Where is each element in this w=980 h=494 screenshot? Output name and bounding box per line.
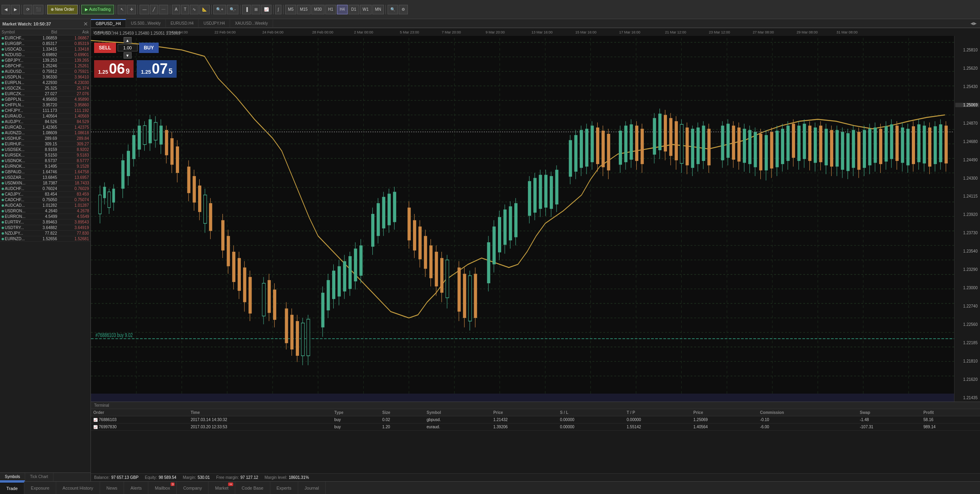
candle-btn[interactable]: ⊞: [252, 5, 260, 14]
cursor-btn[interactable]: ↖: [118, 5, 126, 14]
market-watch-row[interactable]: EURHUF... 309.15 309.27: [0, 141, 91, 147]
lot-up-btn[interactable]: ▲: [124, 37, 132, 43]
new-order-btn[interactable]: ⊕ New Order: [47, 5, 78, 14]
mw-dot: [2, 238, 4, 240]
market-watch-row[interactable]: EURCAD... 1.42365 1.42375: [0, 125, 91, 130]
market-watch-close-btn[interactable]: ✕: [83, 21, 88, 27]
market-watch-row[interactable]: EURNOK... 9.1495 9.1528: [0, 164, 91, 169]
zoom-out-btn[interactable]: 🔍-: [227, 5, 238, 14]
mw-tab-tick[interactable]: Tick Chart: [25, 473, 53, 481]
market-watch-row[interactable]: EURCZK... 27.027 27.076: [0, 91, 91, 97]
market-watch-row[interactable]: AUDCAD... 1.01282 1.01287: [0, 203, 91, 208]
market-watch-row[interactable]: USDMXN... 18.7387 18.7433: [0, 180, 91, 186]
tools-btn[interactable]: ⋯: [159, 5, 168, 14]
bottom-tab-exposure[interactable]: Exposure: [24, 482, 56, 494]
d1-btn[interactable]: D1: [348, 5, 359, 14]
chart-tab-3[interactable]: USDJPY.H4: [199, 20, 230, 27]
market-watch-row[interactable]: EURNZD... 1.52656 1.52681: [0, 236, 91, 242]
table-row[interactable]: 📈 76886103 2017.03.14 14:30:32 buy 0.02 …: [91, 416, 980, 423]
bottom-tab-news[interactable]: News: [100, 482, 124, 494]
bottom-tab-code-base[interactable]: Code Base: [235, 482, 270, 494]
forward-btn[interactable]: ▶: [11, 5, 20, 14]
chart-tab-2[interactable]: EURUSD.H4: [166, 20, 199, 27]
market-watch-row[interactable]: EURGBP... 0.85317 0.85319: [0, 41, 91, 47]
market-watch-row[interactable]: USDCAD... 1.33415 1.33418: [0, 47, 91, 52]
buy-button[interactable]: BUY: [139, 43, 159, 53]
market-watch-row[interactable]: GBPPLN... 4.95650 4.95890: [0, 97, 91, 102]
sell-button[interactable]: SELL: [94, 43, 116, 53]
market-watch-row[interactable]: AUDCHF... 0.76024 0.76029: [0, 186, 91, 192]
market-watch-row[interactable]: EURCHF... 1.06859 1.06867: [0, 35, 91, 41]
bottom-tab-journal[interactable]: Journal: [298, 482, 326, 494]
bar-chart-btn[interactable]: ▐: [242, 5, 250, 14]
chart-tab-1[interactable]: US.500...Weekly: [126, 20, 165, 27]
market-watch-row[interactable]: EURAUD... 1.40564 1.40569: [0, 114, 91, 119]
svg-rect-303: [901, 127, 904, 163]
line-btn[interactable]: —: [140, 5, 149, 14]
crosshair-btn[interactable]: ✛: [127, 5, 136, 14]
table-row[interactable]: 📈 76997830 2017.03.20 12:33:53 buy 1.20 …: [91, 423, 980, 431]
trendline-btn[interactable]: ╱: [150, 5, 158, 14]
text-btn[interactable]: A: [172, 5, 180, 14]
chart-tabs-scroll[interactable]: ◀▶: [967, 20, 980, 27]
chart-tab-4[interactable]: XAUUSD...Weekly: [230, 20, 273, 27]
mn-btn[interactable]: MN: [372, 5, 384, 14]
market-watch-row[interactable]: AUDJPY... 84.526 84.529: [0, 119, 91, 125]
mw-tab-symbols[interactable]: Symbols: [0, 473, 25, 481]
market-watch-row[interactable]: AUDNZD... 1.08609 1.08618: [0, 130, 91, 136]
lot-size-input[interactable]: [118, 44, 138, 51]
market-watch-row[interactable]: GBPAUD... 1.64746 1.64758: [0, 169, 91, 175]
refresh-btn[interactable]: ⟳: [24, 5, 32, 14]
market-watch-row[interactable]: NZDJPY... 77.822 77.830: [0, 231, 91, 236]
chart-tab-0[interactable]: GBPUSD_.H4: [91, 19, 126, 27]
autotrading-btn[interactable]: ▶ AutoTrading: [81, 5, 114, 14]
bottom-tab-trade[interactable]: Trade: [0, 482, 24, 494]
market-watch-row[interactable]: GBPJPY... 139.253 139.265: [0, 58, 91, 63]
market-watch-row[interactable]: USDPLN... 3.96330 3.96410: [0, 74, 91, 80]
h4-btn[interactable]: H4: [337, 5, 348, 14]
market-watch-row[interactable]: USDCZK... 25.325 25.374: [0, 86, 91, 91]
m5-btn[interactable]: M5: [285, 5, 296, 14]
market-watch-row[interactable]: USDRON... 4.2640 4.2678: [0, 208, 91, 214]
mw-symbol-name: EURGBP...: [2, 41, 25, 46]
bottom-tab-account-history[interactable]: Account History: [56, 482, 100, 494]
market-watch-row[interactable]: GBPCHF... 1.25246 1.25261: [0, 63, 91, 69]
h1-btn[interactable]: H1: [325, 5, 336, 14]
market-watch-row[interactable]: EURTRY... 3.89463 3.89543: [0, 220, 91, 225]
market-watch-row[interactable]: AUDUSD... 0.75912 0.75921: [0, 69, 91, 74]
market-watch-row[interactable]: EURSEK... 9.5150 9.5183: [0, 153, 91, 158]
market-watch-row[interactable]: CADCHF... 0.75050 0.75074: [0, 197, 91, 203]
market-watch-row[interactable]: CHFPLN... 3.95720 3.95860: [0, 102, 91, 108]
market-watch-row[interactable]: USDSEK... 8.9159 8.9202: [0, 147, 91, 153]
bottom-tab-experts[interactable]: Experts: [270, 482, 298, 494]
m15-btn[interactable]: M15: [297, 5, 310, 14]
bottom-tab-alerts[interactable]: Alerts: [124, 482, 148, 494]
market-watch-row[interactable]: USDNOK... 8.5737 8.5777: [0, 158, 91, 164]
market-watch-row[interactable]: EURRON... 4.5499 4.5549: [0, 214, 91, 220]
svg-rect-213: [641, 129, 644, 164]
wave-btn[interactable]: ∿: [190, 5, 199, 14]
market-watch-row[interactable]: USDZAR... 13.6845 13.6957: [0, 175, 91, 180]
settings-btn[interactable]: ⚙: [399, 5, 408, 14]
zoom-in-btn[interactable]: 🔍+: [213, 5, 226, 14]
fib-btn[interactable]: 📐: [199, 5, 210, 14]
back-btn[interactable]: ◀: [2, 5, 10, 14]
m30-btn[interactable]: M30: [311, 5, 325, 14]
market-watch-row[interactable]: USDHUF... 289.69 289.84: [0, 136, 91, 141]
arrow-btn[interactable]: T: [181, 5, 189, 14]
lot-down-btn[interactable]: ▼: [124, 52, 132, 59]
market-watch-row[interactable]: USDTRY... 3.64882 3.64919: [0, 225, 91, 231]
bottom-tab-mailbox[interactable]: Mailbox3: [148, 482, 177, 494]
market-watch-row[interactable]: CADJPY... 83.454 83.459: [0, 192, 91, 197]
stop-btn[interactable]: ⬛: [33, 5, 43, 14]
bottom-tab-company[interactable]: Company: [177, 482, 209, 494]
market-watch-row[interactable]: EURPLN... 4.22930 4.23030: [0, 80, 91, 86]
market-watch-row[interactable]: CHFJPY... 111.173 111.192: [0, 108, 91, 114]
search-btn[interactable]: 🔍: [388, 5, 398, 14]
line-chart-btn[interactable]: 📈: [261, 5, 272, 14]
indicator-btn[interactable]: ∫: [275, 5, 282, 14]
bottom-tab-market[interactable]: Market⇒: [209, 482, 235, 494]
mw-dot: [2, 221, 4, 223]
market-watch-row[interactable]: NZDUSD... 0.69892 0.69901: [0, 52, 91, 58]
w1-btn[interactable]: W1: [360, 5, 372, 14]
